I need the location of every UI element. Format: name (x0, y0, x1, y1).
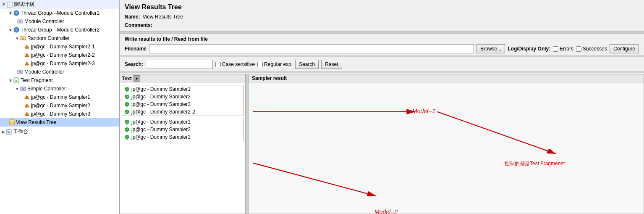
svg-text:M: M (19, 71, 21, 74)
case-sensitive-label[interactable]: Case sensitive (215, 61, 255, 67)
svg-text:M: M (19, 20, 21, 23)
success-icon: ✓ (124, 119, 130, 125)
reset-button[interactable]: Reset (321, 60, 342, 69)
configure-button[interactable]: Configure (610, 44, 639, 53)
control-label: 控制的都是Test Fragmenet (505, 160, 565, 167)
sampler-result-tab[interactable]: Sampler result (249, 74, 644, 82)
svg-line-35 (253, 163, 376, 196)
svg-text:TF: TF (15, 79, 18, 82)
result-label: jp@gc - Dummy Sampler3 (131, 134, 191, 140)
tree-item-sc[interactable]: ▼ S Simple Controller (0, 85, 119, 93)
regular-exp-checkbox[interactable] (257, 62, 263, 67)
case-sensitive-text: Case sensitive (222, 61, 255, 67)
result-label: jp@gc - Dummy Sampler3 (131, 101, 191, 107)
text-column-label: Text (122, 76, 132, 82)
result-label: jp@gc - Dummy Sampler2 (131, 94, 191, 100)
errors-checkbox-label[interactable]: Errors (553, 46, 573, 52)
result-item[interactable]: ✓ jp@gc - Dummy Sampler3 (122, 133, 243, 141)
tree-item-mc1[interactable]: M Module Controller (0, 17, 119, 26)
result-item[interactable]: ✓ jp@gc - Dummy Sampler2-2 (122, 108, 243, 116)
tree-item-workspace[interactable]: ▶ W 工作台 (0, 127, 119, 136)
success-icon: ✓ (124, 86, 130, 92)
svg-text:VR: VR (10, 122, 14, 124)
divider-1 (120, 31, 644, 34)
text-panel: Text ▼ ✓ jp@gc - Dummy Sampler1 ✓ jp@gc … (120, 74, 246, 214)
results-area: Text ▼ ✓ jp@gc - Dummy Sampler1 ✓ jp@gc … (120, 74, 644, 214)
tg2-label: Thread Group---Module Controller2 (21, 27, 99, 33)
sampler-icon (24, 43, 30, 50)
svg-text:✓: ✓ (126, 103, 128, 106)
tree-item-tg1[interactable]: ▼ T Thread Group---Module Controller1 (0, 9, 119, 17)
success-icon: ✓ (124, 101, 130, 107)
tree-item-root[interactable]: ▼ T 测试计划 (0, 0, 119, 9)
root-label: 测试计划 (14, 1, 34, 8)
comments-row: Comments: (120, 21, 644, 29)
text-panel-header: Text ▼ (120, 74, 245, 83)
svg-text:T: T (16, 12, 18, 15)
errors-label: Errors (560, 46, 573, 52)
ds23-label: jp@gc - Dummy Sampler2-3 (31, 61, 95, 66)
regular-exp-text: Regular exp. (264, 61, 293, 67)
svg-marker-10 (25, 45, 29, 48)
tree-item-ds3[interactable]: jp@gc - Dummy Sampler3 (0, 110, 119, 118)
svg-text:T: T (8, 3, 10, 7)
regular-exp-label[interactable]: Regular exp. (257, 61, 293, 67)
result-item[interactable]: ✓ jp@gc - Dummy Sampler1 (122, 118, 243, 126)
svg-text:✓: ✓ (126, 136, 128, 139)
successes-label: Successes (583, 46, 607, 52)
browse-button[interactable]: Browse... (476, 44, 505, 53)
expand-arrow[interactable]: ▼ (8, 11, 13, 16)
result-label: jp@gc - Dummy Sampler2 (131, 127, 191, 132)
result-group-1: ✓ jp@gc - Dummy Sampler1 ✓ jp@gc - Dummy… (122, 85, 243, 116)
svg-marker-19 (25, 95, 29, 99)
tree-item-ds22[interactable]: jp@gc - Dummy Sampler2-2 (0, 51, 119, 59)
svg-line-36 (437, 112, 556, 154)
tree-item-ds2[interactable]: jp@gc - Dummy Sampler2 (0, 101, 119, 110)
expand-arrow[interactable]: ▼ (15, 36, 19, 41)
tg1-label: Thread Group---Module Controller1 (21, 10, 99, 16)
expand-arrow[interactable]: ▼ (15, 87, 19, 91)
tree-item-ds1[interactable]: jp@gc - Dummy Sampler1 (0, 93, 119, 101)
module-icon: M (17, 69, 24, 75)
filename-input[interactable] (149, 44, 474, 53)
search-button[interactable]: Search (295, 60, 319, 69)
name-label: Name: (125, 14, 140, 20)
tree-item-vrt[interactable]: VR View Results Tree (0, 118, 119, 127)
tree-item-ds21[interactable]: jp@gc - Dummy Sampler2-1 (0, 42, 119, 51)
svg-marker-12 (25, 62, 29, 65)
expand-arrow[interactable]: ▼ (8, 78, 13, 83)
result-item[interactable]: ✓ jp@gc - Dummy Sampler1 (122, 85, 243, 93)
tree-item-mc2[interactable]: M Module Controller (0, 68, 119, 76)
result-item[interactable]: ✓ jp@gc - Dummy Sampler2 (122, 93, 243, 100)
svg-text:✓: ✓ (126, 95, 128, 98)
tree-item-tg2[interactable]: ▼ T Thread Group---Module Controller2 (0, 26, 119, 34)
tree-item-ds23[interactable]: jp@gc - Dummy Sampler2-3 (0, 59, 119, 68)
tree-panel: ▼ T 测试计划 ▼ T Thread Group---Module Contr… (0, 0, 120, 214)
case-sensitive-checkbox[interactable] (215, 62, 221, 67)
svg-text:✓: ✓ (126, 111, 128, 114)
successes-checkbox[interactable] (576, 46, 581, 52)
plan-icon: T (6, 1, 13, 8)
svg-marker-11 (25, 53, 29, 57)
result-label: jp@gc - Dummy Sampler1 (131, 119, 191, 125)
name-row: Name: View Results Tree (120, 13, 644, 21)
expand-arrow[interactable]: ▼ (8, 28, 13, 32)
search-input[interactable] (146, 60, 213, 69)
expand-arrow[interactable]: ▼ (2, 2, 6, 7)
result-item[interactable]: ✓ jp@gc - Dummy Sampler2 (122, 126, 243, 133)
comments-label: Comments: (125, 22, 152, 28)
svg-text:S: S (22, 88, 24, 90)
simple-icon: S (20, 85, 26, 92)
column-dropdown[interactable]: ▼ (134, 75, 140, 82)
expand-arrow[interactable]: ▶ (2, 129, 5, 134)
tree-item-rc[interactable]: ▼ R Random Controller (0, 34, 119, 42)
workspace-icon: W (5, 129, 12, 135)
sc-label: Simple Controller (27, 86, 66, 92)
write-section-title: Write results to file / Read from file (120, 35, 644, 43)
filename-label: Filename (125, 46, 147, 52)
tree-item-tf[interactable]: ▼ TF Test Fragment (0, 76, 119, 85)
successes-checkbox-label[interactable]: Successes (576, 46, 607, 52)
vrt-label: View Results Tree (16, 119, 57, 125)
errors-checkbox[interactable] (553, 46, 558, 52)
result-item[interactable]: ✓ jp@gc - Dummy Sampler3 (122, 100, 243, 108)
